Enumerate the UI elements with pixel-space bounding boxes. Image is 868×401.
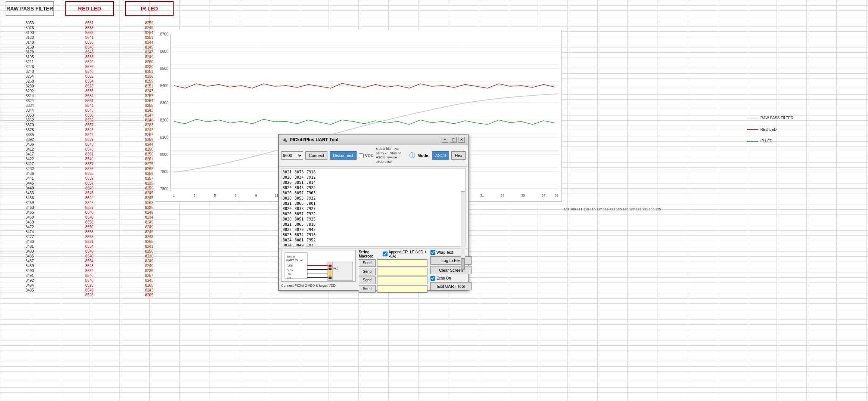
- svg-text:8500: 8500: [160, 67, 169, 71]
- svg-text:Target: Target: [287, 255, 295, 258]
- table-row: 8257: [119, 273, 179, 278]
- scrollbar-thumb[interactable]: [461, 258, 465, 269]
- clear-screen-button[interactable]: Clear Screen: [430, 266, 472, 274]
- table-row: 8552: [60, 118, 119, 123]
- wrap-text-label[interactable]: Wrap Text: [430, 250, 472, 255]
- table-row: 8243: [119, 234, 179, 239]
- table-row: 8472: [0, 225, 59, 229]
- mode-label: Mode:: [417, 153, 429, 158]
- list-item: 802480817952: [283, 238, 464, 243]
- table-row: 8551: [60, 98, 119, 103]
- table-row: 8545: [60, 108, 119, 113]
- uart-info-text: 8 data bits - No parity - 1 Stop bit.ASC…: [376, 147, 407, 164]
- table-row: 8540: [60, 215, 119, 220]
- string-macros-header: String Macros: Append CR+LF (x0D + x0A): [359, 250, 427, 258]
- table-row: 8487: [0, 259, 59, 263]
- macro-input-4[interactable]: [377, 285, 427, 293]
- table-row: 8412: [0, 147, 59, 152]
- append-crlf-label[interactable]: Append CR+LF (x0D + x0A): [383, 250, 427, 258]
- table-row: 8551: [60, 239, 119, 244]
- table-row: 8226: [0, 64, 59, 69]
- send-button-4[interactable]: Send: [359, 285, 376, 293]
- legend-raw-line: [747, 118, 758, 118]
- exit-uart-button[interactable]: Exit UART Tool: [430, 282, 472, 290]
- table-row: 8557: [60, 181, 119, 186]
- restore-button[interactable]: ▢: [450, 137, 457, 143]
- echo-on-text: Echo On: [436, 276, 451, 280]
- table-row: 8540: [60, 69, 119, 74]
- macro-left: Target UART Circuit VDD GND TX RX PK2: [281, 250, 356, 287]
- table-row: 8256: [119, 249, 179, 254]
- svg-text:1: 1: [173, 194, 175, 197]
- table-row: 8543: [60, 50, 119, 55]
- wrap-text-checkbox[interactable]: [430, 250, 435, 255]
- macro-input-3[interactable]: [377, 277, 427, 284]
- svg-text:8300: 8300: [160, 101, 169, 105]
- table-row: 8324: [0, 98, 59, 103]
- vdd-label: VDD: [365, 153, 373, 158]
- table-row: 8543: [60, 147, 119, 152]
- macro-input-2[interactable]: [377, 268, 427, 275]
- echo-on-label[interactable]: Echo On: [430, 276, 472, 281]
- table-row: 8551: [60, 21, 119, 25]
- close-button[interactable]: ✕: [458, 137, 465, 143]
- table-row: 8550: [60, 225, 119, 229]
- svg-text:RX: RX: [287, 277, 291, 279]
- table-row: 8228: [119, 205, 179, 210]
- table-row: 8441: [0, 176, 59, 181]
- output-area: 8021807879188020803479128020805179148020…: [279, 168, 468, 247]
- send-button-2[interactable]: Send: [359, 268, 376, 275]
- baud-rate-select[interactable]: 9600 19200 38400 57600 115200: [281, 151, 303, 160]
- circuit-diagram: Target UART Circuit VDD GND TX RX PK2: [281, 250, 356, 282]
- table-row: 8427: [0, 161, 59, 166]
- table-row: 8549: [60, 157, 119, 161]
- dialog-window-controls[interactable]: − ▢ ✕: [442, 137, 465, 143]
- table-row: 8492: [0, 278, 59, 283]
- table-row: 8100: [0, 30, 59, 35]
- send-button-1[interactable]: Send: [359, 259, 376, 267]
- table-row: 8362: [0, 118, 59, 123]
- table-row: 8195: [0, 55, 59, 59]
- table-row: 8558: [60, 234, 119, 239]
- svg-text:8000: 8000: [160, 152, 169, 157]
- macro-input-1[interactable]: [377, 259, 427, 267]
- legend-red-label: RED LED: [760, 127, 777, 132]
- send-button-3[interactable]: Send: [359, 277, 376, 284]
- table-row: 8249: [119, 263, 179, 268]
- svg-text:PK2: PK2: [333, 267, 338, 270]
- table-row: 8445: [0, 181, 59, 186]
- table-row: 8536: [60, 166, 119, 171]
- table-row: 8532: [60, 268, 119, 273]
- svg-text:39: 39: [555, 194, 559, 197]
- table-row: 8549: [60, 288, 119, 293]
- table-row: 8539: [60, 176, 119, 181]
- vdd-checkbox[interactable]: [359, 153, 364, 158]
- svg-text:GND: GND: [287, 268, 293, 271]
- col2-header: RED LED: [65, 1, 114, 16]
- disconnect-button[interactable]: Disconnect: [330, 151, 357, 160]
- table-row: 8053: [0, 21, 59, 25]
- svg-text:9: 9: [255, 194, 257, 197]
- table-row: 8483: [0, 249, 59, 254]
- minimize-button[interactable]: −: [442, 137, 448, 143]
- table-row: 8370: [0, 123, 59, 127]
- vdd-checkbox-label[interactable]: VDD: [359, 153, 373, 158]
- append-crlf-checkbox[interactable]: [383, 252, 388, 256]
- legend-ir: IR LED: [747, 139, 793, 143]
- help-icon[interactable]: ⓘ: [409, 152, 415, 160]
- col3-header: IR LED: [125, 1, 174, 16]
- table-row: 8541: [60, 103, 119, 108]
- echo-on-checkbox[interactable]: [430, 276, 435, 281]
- svg-text:5: 5: [214, 194, 216, 197]
- table-row: 8465: [0, 210, 59, 215]
- table-row: 8436: [0, 171, 59, 176]
- table-row: 8558: [60, 229, 119, 234]
- uart-scrollbar[interactable]: [461, 191, 465, 270]
- ascii-mode-button[interactable]: ASCII: [432, 151, 449, 160]
- connect-button[interactable]: Connect: [305, 151, 327, 160]
- legend-red: RED LED: [747, 127, 793, 132]
- hex-mode-button[interactable]: Hex: [451, 151, 466, 160]
- table-row: 8540: [60, 210, 119, 215]
- log-to-file-button[interactable]: Log to File: [430, 256, 472, 265]
- table-row: 8494: [0, 283, 59, 288]
